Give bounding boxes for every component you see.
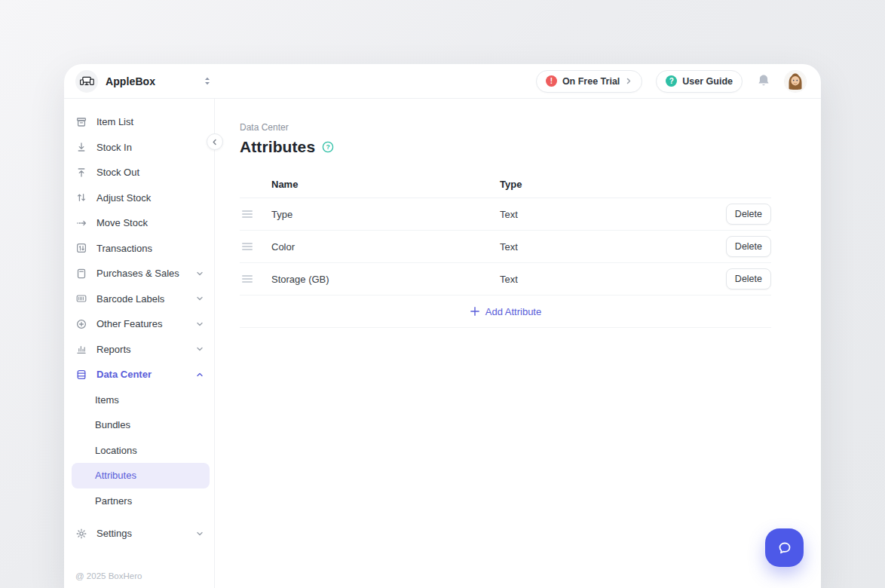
attribute-name: Color xyxy=(271,241,500,253)
attribute-name: Storage (GB) xyxy=(271,274,500,285)
column-header-type: Type xyxy=(500,179,726,190)
table-header: Name Type xyxy=(240,171,771,198)
sidebar: Item List Stock In xyxy=(64,99,215,588)
document-icon xyxy=(75,268,87,280)
sidebar-subitem-bundles[interactable]: Bundles xyxy=(64,412,214,438)
sidebar-collapse-button[interactable] xyxy=(207,133,223,150)
sidebar-subitem-locations[interactable]: Locations xyxy=(64,438,214,464)
sidebar-item-move-stock[interactable]: Move Stock xyxy=(64,210,214,236)
arrows-up-down-icon xyxy=(75,191,87,204)
attribute-row: Color Text Delete xyxy=(240,231,771,263)
barcode-icon xyxy=(75,292,87,305)
delete-button[interactable]: Delete xyxy=(726,268,771,289)
chevron-right-icon xyxy=(625,77,632,85)
desktop-background: AppleBox ! On Free Trial ? User Guid xyxy=(0,0,885,588)
sidebar-item-label: Other Features xyxy=(96,318,162,329)
question-icon: ? xyxy=(666,75,677,87)
attributes-table: Name Type Type Text Delete Color Text xyxy=(240,171,771,328)
chat-launcher-button[interactable] xyxy=(765,528,804,567)
sidebar-subitem-attributes[interactable]: Attributes xyxy=(72,463,210,488)
add-attribute-button[interactable]: Add Attribute xyxy=(470,306,541,317)
user-guide-label: User Guide xyxy=(682,76,733,87)
sidebar-item-other-features[interactable]: Other Features xyxy=(64,311,214,337)
arrow-up-to-bar-icon xyxy=(75,167,87,179)
sidebar-subitem-label: Bundles xyxy=(95,419,130,430)
sidebar-item-data-center[interactable]: Data Center xyxy=(64,362,214,387)
sidebar-item-barcode-labels[interactable]: Barcode Labels xyxy=(64,286,214,312)
sidebar-item-reports[interactable]: Reports xyxy=(64,337,214,363)
sidebar-item-settings[interactable]: Settings xyxy=(64,521,214,547)
column-header-name: Name xyxy=(271,179,500,190)
transactions-icon xyxy=(75,242,87,254)
free-trial-badge[interactable]: ! On Free Trial xyxy=(536,70,642,93)
notifications-button[interactable] xyxy=(756,73,771,89)
drag-handle-icon[interactable] xyxy=(242,243,253,250)
sidebar-item-label: Settings xyxy=(96,528,132,539)
copyright-text: @ 2025 BoxHero xyxy=(75,571,142,580)
database-icon xyxy=(75,369,87,381)
delete-button[interactable]: Delete xyxy=(726,204,771,225)
svg-text:?: ? xyxy=(326,143,330,151)
sidebar-item-adjust-stock[interactable]: Adjust Stock xyxy=(64,185,214,211)
chevron-left-icon xyxy=(211,138,219,146)
box-icon xyxy=(75,116,87,128)
sidebar-item-item-list[interactable]: Item List xyxy=(64,109,214,135)
dotted-arrow-right-icon xyxy=(75,217,87,229)
sidebar-item-label: Stock In xyxy=(96,142,132,153)
chevron-down-icon xyxy=(196,530,204,537)
sidebar-subitem-label: Partners xyxy=(95,495,132,507)
sidebar-item-label: Item List xyxy=(96,116,133,127)
sidebar-item-label: Move Stock xyxy=(96,217,148,228)
plus-circle-icon xyxy=(75,318,87,330)
arrow-down-to-bar-icon xyxy=(75,141,87,153)
sidebar-subitem-label: Items xyxy=(95,394,119,406)
sidebar-item-label: Data Center xyxy=(96,369,152,380)
free-trial-label: On Free Trial xyxy=(562,76,620,87)
add-attribute-row: Add Attribute xyxy=(240,296,771,328)
plus-icon xyxy=(470,306,480,317)
bell-icon xyxy=(756,73,771,89)
sidebar-subitem-label: Locations xyxy=(95,445,137,456)
attribute-row: Storage (GB) Text Delete xyxy=(240,263,771,296)
sidebar-item-stock-in[interactable]: Stock In xyxy=(64,135,214,161)
attribute-type: Text xyxy=(500,241,726,253)
chevron-down-icon xyxy=(196,295,204,302)
devices-icon xyxy=(78,72,96,90)
workspace-name: AppleBox xyxy=(106,75,155,87)
sidebar-subitem-label: Attributes xyxy=(95,470,136,481)
page-title: Attributes xyxy=(240,138,315,156)
sidebar-item-label: Barcode Labels xyxy=(96,293,164,305)
chevron-down-icon xyxy=(196,320,204,328)
gear-icon xyxy=(75,528,87,540)
drag-handle-icon[interactable] xyxy=(242,275,253,283)
chat-bubble-icon xyxy=(775,538,795,558)
chevron-down-icon xyxy=(196,270,204,277)
attribute-type: Text xyxy=(500,209,726,220)
chevron-up-icon xyxy=(196,371,204,378)
main-content: Data Center Attributes ? Name Type xyxy=(215,99,821,588)
sidebar-item-purchases-sales[interactable]: Purchases & Sales xyxy=(64,261,214,286)
help-icon[interactable]: ? xyxy=(322,141,334,153)
sidebar-item-stock-out[interactable]: Stock Out xyxy=(64,160,214,185)
user-guide-button[interactable]: ? User Guide xyxy=(656,70,743,93)
workspace-logo xyxy=(75,70,98,93)
sidebar-item-label: Stock Out xyxy=(96,167,139,178)
sidebar-item-label: Purchases & Sales xyxy=(96,268,179,279)
sidebar-subitem-partners[interactable]: Partners xyxy=(64,488,214,514)
alert-icon: ! xyxy=(546,75,557,87)
sidebar-subitem-items[interactable]: Items xyxy=(64,387,214,413)
attribute-type: Text xyxy=(500,274,726,285)
chevron-down-icon xyxy=(196,345,204,353)
sidebar-item-label: Reports xyxy=(96,344,131,355)
sidebar-item-label: Adjust Stock xyxy=(96,192,151,204)
user-avatar[interactable] xyxy=(785,71,806,92)
delete-button[interactable]: Delete xyxy=(726,236,771,257)
workspace-switcher[interactable] xyxy=(202,75,213,87)
attribute-row: Type Text Delete xyxy=(240,198,771,231)
bar-chart-icon xyxy=(75,343,87,355)
topbar: AppleBox ! On Free Trial ? User Guid xyxy=(64,64,821,99)
sort-arrows-icon xyxy=(202,75,213,87)
breadcrumb: Data Center xyxy=(240,122,821,133)
sidebar-item-transactions[interactable]: Transactions xyxy=(64,236,214,262)
drag-handle-icon[interactable] xyxy=(242,210,253,218)
